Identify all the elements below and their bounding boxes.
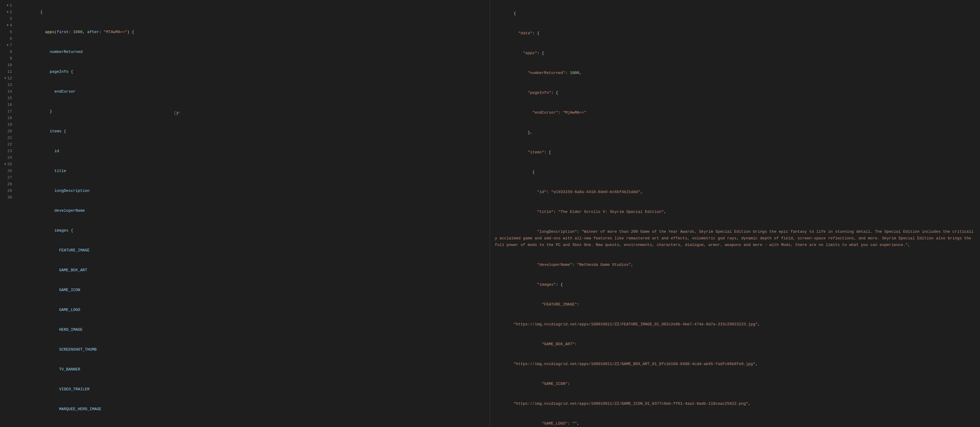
ln-29: 29 [2,187,12,194]
token: "e1933159-6a8a-4418-8de0-bc6bf4b21ddd" [551,190,640,194]
token: : [568,421,573,426]
token: "https://img.nvidiagrid.net/apps/1000108… [514,322,757,327]
ln-14: 14 [2,89,12,95]
token: "GAME_LOGO" [542,421,568,426]
code-line-16: GAME_LOGO [17,300,487,320]
ln-3: 3 [2,16,12,22]
token: "https://img.nvidiagrid.net/apps/1000108… [514,362,755,366]
token: "developerName" [537,262,572,267]
ln-15: 15 [2,95,12,102]
token: endCursor [40,89,75,94]
ln-1: ▼ 1 [2,2,12,9]
ln-9: 9 [2,56,12,62]
token: "apps" [523,51,537,56]
fold-arrow-2[interactable]: ▼ [6,9,8,16]
ln-19: 19 [2,122,12,128]
token: : [554,210,558,214]
json-line-15: "FEATURE_IMAGE": [495,295,975,314]
ln-22: 22 [2,141,12,148]
token: numberReturned [40,49,83,54]
ln-10: 10 [2,62,12,68]
fold-arrow-7[interactable]: ▼ [6,42,8,49]
ln-11: 11 [2,68,12,75]
code-content: { apps(first: 1000, after: "MTAwMA==") {… [14,2,490,427]
token [514,210,537,214]
code-line-5: endCursor [17,82,487,102]
token: "Bethesda Game Studios" [577,262,631,267]
token: , [758,322,760,327]
json-line-1: { [495,3,975,24]
token: id [40,149,59,153]
ln-4: ▼ 4 [2,22,12,29]
token: HERO_IMAGE [40,327,83,332]
token: 1000 [73,30,83,34]
ln-17: 17 [2,108,12,115]
code-line-3: numberReturned [17,42,487,62]
token: : [558,110,563,115]
code-editor: ▼ 1 ▼ 2 3 ▼ 4 5 6 ▼ 7 8 9 [0,0,490,427]
token: : [ [544,150,551,154]
token [514,190,537,194]
token [514,150,528,154]
ln-6: 6 [2,35,12,42]
right-panel[interactable]: { "data": { "apps": { "numberReturned": … [490,0,980,427]
json-line-21: "GAME_LOGO": "", [495,414,975,427]
json-content: { "data": { "apps": { "numberReturned": … [495,2,975,427]
token: "images" [537,283,555,287]
token: { [61,129,66,133]
fold-arrow-12[interactable]: ▼ [4,75,6,82]
token: : [574,342,577,346]
code-line-4: pageInfo { [17,62,487,82]
token: { [40,10,43,14]
code-line-14: GAME_BOX_ART [17,260,487,280]
token [514,382,542,386]
token: , [577,421,579,426]
token: "https://img.nvidiagrid.net/apps/1000108… [514,402,748,406]
token [40,228,54,233]
code-line-13: FEATURE_IMAGE [17,241,487,260]
token: MARQUEE_HERO_IMAGE [40,407,101,411]
code-line-17: HERO_IMAGE [17,320,487,340]
editor-container: ▼ 1 ▼ 2 3 ▼ 4 5 6 ▼ 7 8 9 [0,0,980,427]
token: SCREENSHOT_THUMB [40,347,97,352]
token: : [568,382,570,386]
token: "MjAwMA==" [563,110,586,115]
token: "GAME_ICON" [542,382,568,386]
token: apps [45,30,54,34]
code-line-7: items { [17,122,487,141]
code-line-11: developerName [17,201,487,221]
token: after [87,30,99,34]
token: "data" [518,31,532,35]
json-line-20: "https://img.nvidiagrid.net/apps/1000108… [495,394,975,414]
code-line-18: SCREENSHOT_THUMB [17,340,487,360]
fold-arrow-25[interactable]: ▼ [4,161,6,168]
left-panel[interactable]: ▼ 1 ▼ 2 3 ▼ 4 5 6 ▼ 7 8 9 [0,0,490,427]
token: { [68,70,73,74]
token: images [54,228,68,233]
token: }, [514,130,532,135]
token: "title" [537,210,554,214]
token [514,51,523,56]
token: "endCursor" [532,110,558,115]
fold-arrow-4[interactable]: ▼ [6,22,8,29]
ln-18: 18 [2,115,12,122]
ln-25: ▼ 25 [2,161,12,168]
fold-arrow-1[interactable]: ▼ [6,2,8,9]
ln-24: 24 [2,154,12,161]
json-line-4: "numberReturned": 1000, [495,63,975,83]
token [514,31,518,35]
code-line-1: { [17,2,487,22]
token: : [577,302,579,307]
token: "FEATURE_IMAGE" [542,302,577,307]
token: , [640,190,643,194]
token: : [572,262,577,267]
token [514,421,542,426]
json-line-11: "title": "The Elder Scrolls V: Skyrim Sp… [495,202,975,222]
ln-21: 21 [2,135,12,141]
code-line-19: TV_BANNER [17,360,487,379]
token: { [68,228,73,233]
code-line-2: apps(first: 1000, after: "MTAwMA==") { [17,22,487,42]
json-line-16: "https://img.nvidiagrid.net/apps/1000108… [495,314,975,334]
token: , [83,30,88,34]
token: { [514,170,535,175]
